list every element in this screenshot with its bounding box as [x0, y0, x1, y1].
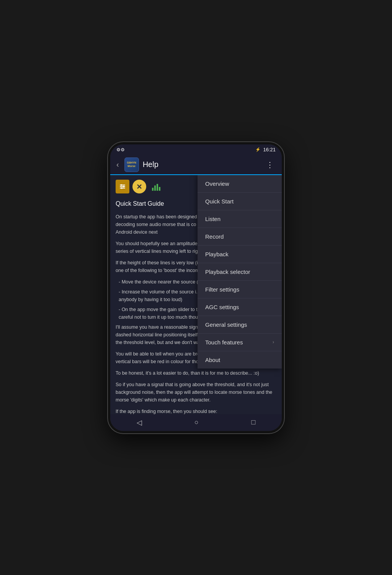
app-bar: ‹ G8HYNMorse Help ⋮: [110, 155, 282, 175]
status-bar: ⚙ ⚡ 16:21: [110, 144, 282, 155]
app-icon: G8HYNMorse: [124, 157, 139, 172]
dropdown-item-agc-settings[interactable]: AGC settings: [198, 298, 282, 316]
nav-home-button[interactable]: ○: [187, 415, 206, 429]
chevron-right-icon: ›: [273, 339, 274, 345]
para-9: So if you have a signal that is going ab…: [116, 381, 276, 404]
dropdown-item-overview[interactable]: Overview: [198, 175, 282, 193]
dropdown-item-general-settings[interactable]: General settings: [198, 316, 282, 334]
app-title: Help: [143, 160, 259, 169]
dropdown-item-listen[interactable]: Listen: [198, 210, 282, 228]
dropdown-item-playback[interactable]: Playback: [198, 246, 282, 263]
dropdown-item-filter-settings[interactable]: Filter settings: [198, 281, 282, 298]
status-right: ⚡ 16:21: [255, 147, 276, 152]
time-display: 16:21: [263, 147, 276, 152]
nav-recent-button[interactable]: □: [243, 415, 263, 429]
svg-point-5: [121, 187, 122, 189]
dropdown-item-quick-start[interactable]: Quick Start: [198, 193, 282, 210]
overflow-menu-button[interactable]: ⋮: [263, 159, 277, 171]
chart-button[interactable]: [149, 180, 163, 193]
dropdown-item-playback-selector[interactable]: Playback selector: [198, 263, 282, 281]
nav-bar: ◁ ○ □: [110, 414, 282, 431]
svg-point-3: [121, 184, 122, 186]
device: ⚙ ⚡ 16:21 ‹ G8HYNMorse Help ⋮: [108, 142, 284, 433]
nav-back-button[interactable]: ◁: [129, 415, 150, 430]
content-area: Quick Start Guide On startup the app has…: [110, 175, 282, 414]
sliders-button[interactable]: [116, 180, 129, 193]
wifi-icon: ⚙: [116, 147, 125, 152]
chart-bars-icon: [152, 182, 160, 191]
back-button[interactable]: ‹: [115, 159, 121, 170]
dropdown-item-about[interactable]: About: [198, 351, 282, 369]
svg-point-4: [123, 186, 124, 187]
para-8: To be honest, it's a lot easier to do, t…: [116, 369, 276, 377]
dropdown-item-record[interactable]: Record: [198, 228, 282, 246]
dropdown-item-touch-features[interactable]: Touch features›: [198, 334, 282, 351]
dropdown-menu: OverviewQuick StartListenRecordPlaybackP…: [198, 175, 282, 369]
battery-icon: ⚡: [255, 147, 261, 152]
status-left: ⚙: [116, 147, 125, 152]
app-icon-text: G8HYNMorse: [127, 161, 136, 168]
close-button[interactable]: [132, 180, 146, 193]
para-10: If the app is finding morse, then you sh…: [116, 408, 276, 414]
